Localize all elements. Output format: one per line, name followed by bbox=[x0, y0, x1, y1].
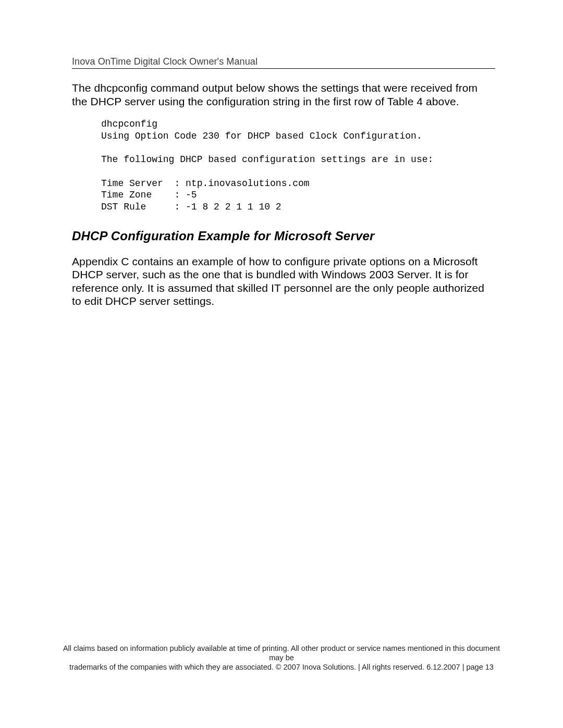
section-heading: DHCP Configuration Example for Microsoft… bbox=[72, 229, 495, 243]
intro-paragraph: The dhcpconfig command output below show… bbox=[72, 81, 495, 108]
page-footer: All claims based on information publicly… bbox=[0, 644, 563, 672]
footer-line-2: trademarks of the companies with which t… bbox=[63, 662, 500, 672]
running-head: Inova OnTime Digital Clock Owner's Manua… bbox=[72, 56, 495, 69]
footer-line-1: All claims based on information publicly… bbox=[63, 644, 500, 662]
dhcpconfig-output: dhcpconfig Using Option Code 230 for DHC… bbox=[101, 118, 495, 213]
document-page: Inova OnTime Digital Clock Owner's Manua… bbox=[0, 0, 563, 728]
section-paragraph: Appendix C contains an example of how to… bbox=[72, 255, 495, 308]
